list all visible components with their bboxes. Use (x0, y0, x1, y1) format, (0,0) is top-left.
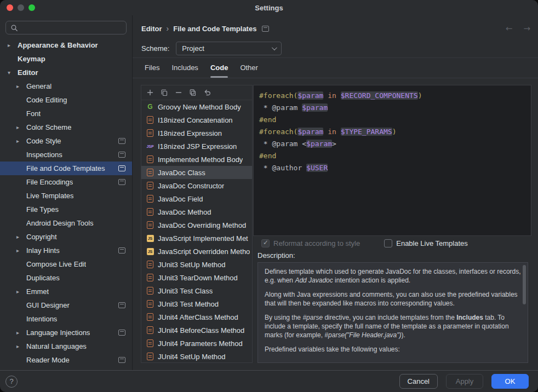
template-item-i18nized-concatenation[interactable]: I18nized Concatenation (141, 113, 252, 126)
template-item-label: JavaScript Implemented Met (158, 234, 248, 243)
template-item-junit3-teardown-method[interactable]: JUnit3 TearDown Method (141, 271, 252, 284)
sidebar-item-inspections[interactable]: Inspections (0, 148, 132, 162)
template-item-label: JavaDoc Field (158, 195, 203, 203)
close-icon[interactable] (7, 4, 13, 11)
sidebar-item-file-encodings[interactable]: File Encodings (0, 175, 132, 189)
sidebar-item-compose-live-edit[interactable]: Compose Live Edit (0, 257, 132, 271)
sidebar-item-code-editing[interactable]: Code Editing (0, 93, 132, 107)
scheme-select[interactable]: Project (176, 42, 282, 55)
chevron-right-icon[interactable]: ▸ (16, 124, 26, 130)
chevron-right-icon[interactable]: ▸ (16, 330, 26, 336)
sidebar-item-natural-languages[interactable]: ▸Natural Languages (0, 339, 132, 353)
scrollbar-thumb[interactable] (523, 265, 526, 304)
description-paragraph: Defines template which used to generate … (265, 267, 521, 285)
ok-button[interactable]: OK (491, 374, 529, 389)
template-item-javadoc-constructor[interactable]: JavaDoc Constructor (141, 179, 252, 192)
template-item-label: JUnit4 AfterClass Method (158, 313, 238, 321)
template-item-junit4-setup-method[interactable]: JUnit4 SetUp Method (141, 350, 252, 363)
tab-includes[interactable]: Includes (168, 58, 201, 78)
sidebar-item-keymap[interactable]: Keymap (0, 52, 132, 66)
template-item-junit3-test-method[interactable]: JUnit3 Test Method (141, 297, 252, 310)
add-template-icon[interactable] (146, 88, 154, 97)
chevron-right-icon[interactable]: ▸ (8, 42, 18, 48)
reset-template-icon[interactable] (203, 88, 211, 97)
code-line: #foreach($param in $TYPE_PARAMS) (259, 126, 525, 138)
copy-template-icon[interactable] (188, 88, 197, 97)
sidebar-item-editor[interactable]: ▾Editor (0, 66, 132, 79)
code-line: * @author $USER (259, 162, 525, 174)
sidebar-item-gui-designer[interactable]: GUI Designer (0, 298, 132, 312)
sidebar-item-reader-mode[interactable]: Reader Mode (0, 353, 132, 367)
template-options: Reformat according to style Enable Live … (261, 239, 468, 247)
chevron-down-icon[interactable]: ▾ (8, 70, 18, 76)
sidebar-item-copyright[interactable]: ▸Copyright (0, 230, 132, 244)
settings-search-input[interactable] (5, 21, 127, 34)
template-icon (146, 273, 154, 282)
zoom-icon[interactable] (28, 4, 35, 11)
sidebar-item-file-and-code-templates[interactable]: File and Code Templates (0, 162, 132, 175)
apply-button[interactable]: Apply (446, 374, 483, 389)
tab-code[interactable]: Code (207, 58, 232, 78)
template-icon (146, 155, 154, 164)
template-item-label: Groovy New Method Body (158, 103, 241, 111)
sidebar-item-font[interactable]: Font (0, 107, 132, 120)
sidebar-item-intentions[interactable]: Intentions (0, 312, 132, 326)
sidebar-item-android-design-tools[interactable]: Android Design Tools (0, 216, 132, 230)
template-item-junit3-test-class[interactable]: JUnit3 Test Class (141, 284, 252, 297)
chevron-right-icon[interactable]: ▸ (16, 138, 26, 144)
template-item-junit3-setup-method[interactable]: JUnit3 SetUp Method (141, 258, 252, 271)
remove-template-icon[interactable] (174, 88, 183, 97)
sidebar-item-label: Appearance & Behavior (18, 41, 98, 49)
sidebar-item-label: Font (26, 109, 41, 118)
help-button[interactable]: ? (5, 376, 18, 388)
template-item-groovy-new-method-body[interactable]: GGroovy New Method Body (141, 100, 252, 113)
template-item-implemented-method-body[interactable]: Implemented Method Body (141, 153, 252, 166)
template-icon (146, 129, 154, 137)
template-icon (146, 260, 154, 269)
template-item-i18nized-jsp-expression[interactable]: JSPI18nized JSP Expression (141, 140, 252, 153)
settings-tree: ▸Appearance & BehaviorKeymap▾Editor▸Gene… (0, 38, 132, 367)
cancel-button[interactable]: Cancel (399, 374, 438, 389)
template-item-javascript-overridden-metho[interactable]: JSJavaScript Overridden Metho (141, 245, 252, 258)
template-item-javadoc-method[interactable]: JavaDoc Method (141, 205, 252, 218)
template-tabs: Files Includes Code Other (141, 58, 261, 78)
sidebar-item-general[interactable]: ▸General (0, 79, 132, 93)
sidebar-item-language-injections[interactable]: ▸Language Injections (0, 326, 132, 339)
template-item-i18nized-expression[interactable]: I18nized Expression (141, 126, 252, 140)
sidebar-item-color-scheme[interactable]: ▸Color Scheme (0, 120, 132, 134)
template-item-junit4-beforeclass-method[interactable]: JUnit4 BeforeClass Method (141, 324, 252, 337)
template-item-javadoc-class[interactable]: JavaDoc Class (141, 166, 252, 179)
chevron-right-icon[interactable]: ▸ (16, 289, 26, 295)
footer: ? Cancel Apply OK (0, 370, 538, 392)
breadcrumb-editor[interactable]: Editor (141, 25, 162, 33)
template-item-label: JavaDoc Constructor (158, 182, 224, 190)
jsp-icon: JSP (146, 142, 154, 151)
template-item-junit4-afterclass-method[interactable]: JUnit4 AfterClass Method (141, 310, 252, 324)
sidebar-item-live-templates[interactable]: Live Templates (0, 189, 132, 203)
sidebar-item-file-types[interactable]: File Types (0, 203, 132, 216)
template-item-javadoc-field[interactable]: JavaDoc Field (141, 192, 252, 205)
chevron-right-icon[interactable]: ▸ (16, 234, 26, 240)
tab-other[interactable]: Other (237, 58, 261, 78)
chevron-right-icon[interactable]: ▸ (16, 343, 26, 349)
sidebar-item-inlay-hints[interactable]: ▸Inlay Hints (0, 244, 132, 257)
chevron-right-icon[interactable]: ▸ (16, 83, 26, 89)
editor-settings-icon (118, 302, 125, 308)
sidebar-item-code-style[interactable]: ▸Code Style (0, 134, 132, 148)
template-item-javascript-implemented-met[interactable]: JSJavaScript Implemented Met (141, 232, 252, 245)
enable-live-templates-checkbox[interactable]: Enable Live Templates (384, 239, 468, 247)
description-paragraph: Along with Java expressions and comments… (265, 290, 521, 308)
tab-files[interactable]: Files (141, 58, 163, 78)
sidebar-item-label: Natural Languages (26, 342, 87, 350)
chevron-right-icon[interactable]: ▸ (16, 247, 26, 253)
sidebar-item-duplicates[interactable]: Duplicates (0, 271, 132, 285)
code-line: * @param <$param> (259, 138, 525, 150)
template-item-javadoc-overriding-method[interactable]: JavaDoc Overriding Method (141, 218, 252, 232)
reformat-checkbox[interactable]: Reformat according to style (261, 239, 360, 247)
template-item-junit4-parameters-method[interactable]: JUnit4 Parameters Method (141, 337, 252, 350)
sidebar-item-appearance-behavior[interactable]: ▸Appearance & Behavior (0, 38, 132, 52)
checkbox-unchecked-icon (384, 239, 392, 247)
template-editor[interactable]: #foreach($param in $RECORD_COMPONENTS) *… (253, 85, 531, 236)
duplicate-template-icon[interactable] (160, 88, 169, 97)
sidebar-item-emmet[interactable]: ▸Emmet (0, 285, 132, 298)
